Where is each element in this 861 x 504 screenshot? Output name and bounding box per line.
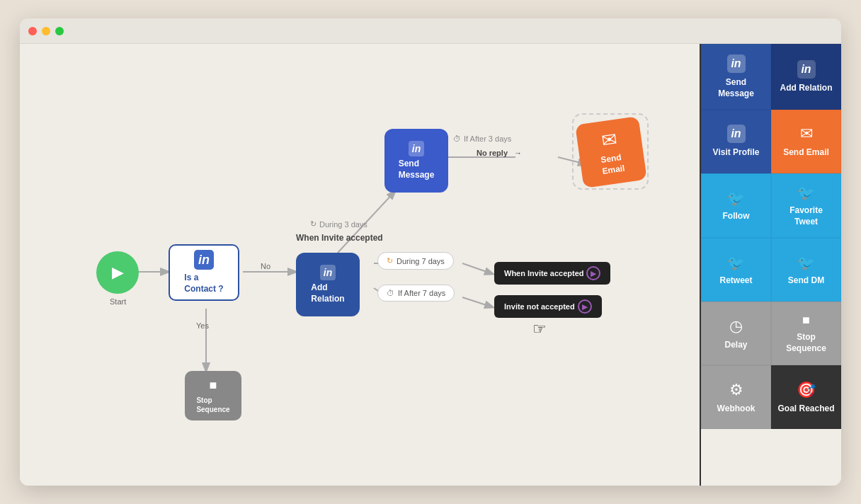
sidebar-goal-reached[interactable]: 🎯 Goal Reached (771, 365, 841, 429)
stop-sequence-node[interactable]: ■ StopSequence (185, 371, 241, 420)
contact-linkedin-icon: in (194, 250, 214, 270)
contact-node[interactable]: in Is aContact ? (169, 244, 239, 301)
close-button[interactable] (28, 27, 37, 35)
sidebar-delay-label: Delay (724, 340, 747, 351)
if-after-7-days-pill[interactable]: ⏱ If After 7 days (377, 285, 455, 302)
add-relation-node[interactable]: in AddRelation (296, 253, 360, 316)
start-icon: ▶ (112, 263, 124, 282)
sidebar-send-email[interactable]: ✉ Send Email (771, 110, 841, 173)
add-relation-linkedin-icon: in (320, 265, 336, 280)
during-7-days-pill[interactable]: ↻ During 7 days (377, 252, 454, 270)
sidebar-add-relation-icon: in (797, 60, 816, 79)
stop-label: StopSequence (196, 396, 229, 414)
stop-icon: ■ (210, 378, 217, 393)
sidebar-webhook-label: Webhook (717, 403, 755, 415)
sidebar-favorite-tweet[interactable]: 🐦 Favorite Tweet (771, 173, 841, 238)
start-node[interactable]: ▶ (96, 251, 139, 294)
sidebar-delay-icon: ◷ (729, 317, 743, 336)
if-after-3-days-annotation: ⏱ If After 3 days (453, 134, 511, 143)
sidebar-follow[interactable]: 🐦 Follow (701, 173, 771, 238)
sidebar-send-message[interactable]: in Send Message (701, 44, 771, 110)
clock-icon-2: ⏱ (387, 289, 394, 297)
no-reply-label: No reply → (477, 149, 522, 157)
start-label: Start (110, 297, 126, 306)
sidebar-send-email-icon: ✉ (800, 125, 813, 143)
send-email-label: SendEmail (600, 152, 625, 177)
sidebar-send-email-label: Send Email (783, 147, 829, 159)
cursor: ☞ (532, 320, 547, 338)
invite-accepted-circle: ▶ (586, 266, 600, 280)
sidebar-goal-reached-icon: 🎯 (797, 381, 816, 399)
invite-not-accepted-circle: ▶ (578, 299, 592, 314)
svg-line-6 (462, 297, 493, 307)
sidebar-stop-sequence-label: Stop Sequence (777, 332, 835, 354)
sidebar-add-relation-label: Add Relation (780, 83, 833, 94)
flow-canvas[interactable]: ▶ Start in Is aContact ? No Yes in AddRe… (20, 44, 700, 486)
during-3-days-annotation: ↻ During 3 days (310, 219, 367, 229)
send-message-linkedin-icon: in (409, 141, 424, 156)
yes-label: Yes (196, 321, 209, 330)
invite-not-accepted-pill[interactable]: Invite not accepted ▶ (494, 295, 602, 318)
sidebar-send-dm-label: Send DM (788, 275, 824, 287)
sidebar-retweet-icon: 🐦 (727, 254, 745, 271)
send-message-node[interactable]: in SendMessage (384, 129, 448, 193)
sidebar-visit-profile[interactable]: in Visit Profile (701, 110, 771, 173)
sidebar-send-dm[interactable]: 🐦 Send DM (771, 238, 841, 302)
sidebar-send-dm-icon: 🐦 (797, 254, 815, 271)
sidebar-favorite-tweet-label: Favorite Tweet (777, 205, 835, 227)
sidebar-send-message-label: Send Message (707, 77, 765, 99)
sidebar-webhook[interactable]: ⚙ Webhook (701, 365, 771, 429)
maximize-button[interactable] (55, 27, 64, 35)
sidebar-visit-profile-icon: in (727, 125, 746, 143)
sidebar-visit-profile-label: Visit Profile (713, 147, 760, 159)
sidebar-follow-label: Follow (723, 211, 750, 222)
sidebar-webhook-icon: ⚙ (729, 381, 743, 399)
sidebar-send-message-icon: in (727, 55, 746, 73)
svg-line-5 (462, 263, 493, 274)
when-invite-accepted-annotation: When Invite accepted (296, 233, 383, 243)
contact-label: Is aContact ? (184, 273, 223, 294)
sidebar-delay[interactable]: ◷ Delay (701, 302, 771, 365)
sidebar-goal-reached-label: Goal Reached (777, 403, 834, 415)
clock-icon: ↻ (387, 256, 393, 265)
no-label: No (261, 262, 270, 270)
window-body: ▶ Start in Is aContact ? No Yes in AddRe… (20, 44, 841, 486)
minimize-button[interactable] (42, 27, 50, 35)
sidebar-add-relation[interactable]: in Add Relation (771, 44, 841, 110)
sidebar-follow-icon: 🐦 (727, 190, 745, 207)
sidebar-retweet[interactable]: 🐦 Retweet (701, 238, 771, 302)
send-email-node[interactable]: ✉ SendEmail (575, 116, 647, 188)
sidebar-stop-sequence-icon: ■ (802, 313, 810, 328)
titlebar (20, 18, 841, 44)
sidebar-favorite-tweet-icon: 🐦 (797, 184, 815, 201)
sidebar-panel: in Send Message in Add Relation in Visit… (700, 44, 841, 486)
sidebar-retweet-label: Retweet (719, 275, 752, 287)
add-relation-label: AddRelation (311, 282, 344, 304)
when-invite-accepted-pill[interactable]: When Invite accepted ▶ (494, 262, 610, 285)
email-icon: ✉ (600, 128, 619, 152)
sidebar-stop-sequence[interactable]: ■ Stop Sequence (771, 302, 841, 365)
send-message-label: SendMessage (399, 159, 435, 181)
app-window: ▶ Start in Is aContact ? No Yes in AddRe… (20, 18, 841, 486)
